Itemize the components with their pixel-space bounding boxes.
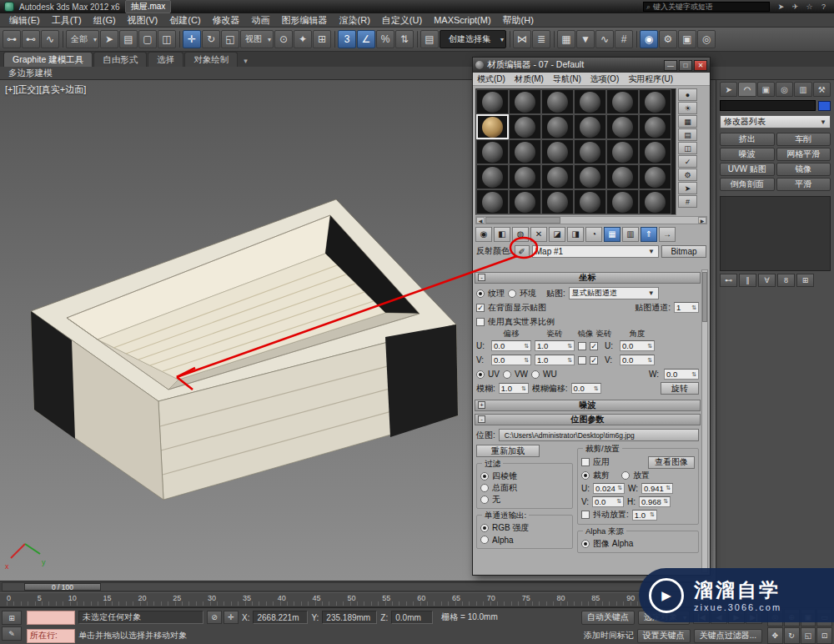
get-material-icon[interactable]: ◉ [475,227,492,242]
menu-item[interactable]: 材质(M) [515,73,544,85]
material-sample-slot[interactable] [541,114,574,139]
selection-lock-icon[interactable]: ⊘ [207,611,222,624]
modifier-button[interactable]: 网格平滑 [776,148,831,161]
material-sample-slot[interactable] [574,114,606,139]
mono-output-radio[interactable] [480,536,489,544]
tab-create[interactable]: ➤ [720,82,737,97]
v-offset-field[interactable]: 0.0 [491,355,531,365]
menu-item[interactable]: 渲染(R) [334,13,376,28]
edit-named-selection-sets-icon[interactable]: ▤ [420,30,439,48]
crop-v-field[interactable]: 0.0 [592,496,624,507]
maximize-button[interactable]: □ [679,60,692,71]
material-sample-slot[interactable] [541,89,574,114]
selection-region-icon[interactable]: ▢ [138,30,157,48]
uv-radio[interactable] [476,370,485,379]
sample-uv-tiling-icon[interactable]: ▤ [678,128,697,141]
infocenter-search-input[interactable]: ⌕ 键入关键字或短语 [643,2,770,12]
add-time-tag[interactable]: 添加时间标记 [584,630,634,641]
u-tile-checkbox[interactable]: ✓ [590,342,598,350]
noise-rollout-header[interactable]: + 噪波 [475,400,701,411]
options-icon[interactable]: ⚙ [678,169,697,181]
menu-item[interactable]: 实用程序(U) [628,73,673,85]
material-sample-slot[interactable] [639,139,671,164]
put-to-scene-icon[interactable]: ◧ [494,227,510,242]
v-angle-field[interactable]: 0.0 [620,355,655,365]
select-and-link-icon[interactable]: ⊶ [3,30,21,48]
scrollbar-thumb[interactable] [485,217,560,224]
menu-item[interactable]: MAXScript(M) [428,14,496,26]
render-setup-icon[interactable]: ⚙ [659,30,677,48]
menu-item[interactable]: 视图(V) [122,13,164,28]
u-angle-field[interactable]: 0.0 [620,340,655,351]
go-to-parent-icon[interactable]: ⇑ [641,227,657,242]
environ-radio[interactable] [508,289,516,298]
time-slider-handle[interactable]: 0 / 100 [24,583,101,591]
blur-offset-field[interactable]: 0.0 [571,383,601,394]
menu-item[interactable]: 选项(O) [590,73,619,85]
select-object-icon[interactable]: ➤ [100,30,118,48]
material-sample-slot[interactable] [509,189,541,214]
jitter-field[interactable]: 1.0 [632,510,657,521]
object-color-swatch[interactable] [818,101,831,111]
material-sample-slot[interactable] [574,164,606,189]
menu-item[interactable]: 编辑(E) [3,13,46,28]
material-sample-slot[interactable] [476,89,509,114]
close-button[interactable]: ✕ [694,60,707,71]
bind-to-space-warp-icon[interactable]: ∿ [41,30,59,48]
named-selection-set-dropdown[interactable]: 创建选择集 [440,30,506,48]
material-sample-slot[interactable] [509,114,541,139]
material-editor-titlebar[interactable]: 材质编辑器 - 07 - Default —□✕ [473,58,710,73]
object-name-field[interactable] [720,100,816,111]
filter-radio[interactable] [480,472,489,480]
reload-button[interactable]: 重新加载 [476,445,540,457]
u-tiling-field[interactable]: 1.0 [535,340,575,351]
menu-item[interactable]: 导航(N) [553,73,581,85]
maxscript-listener-line[interactable]: 所在行: [27,629,75,643]
put-to-library-icon[interactable]: ◨ [567,227,584,242]
coordinates-rollout-header[interactable]: - 坐标 [475,272,701,284]
select-and-rotate-icon[interactable]: ↻ [202,30,220,48]
vw-radio[interactable] [503,370,511,379]
menu-item[interactable]: 动画 [246,13,276,28]
ribbon-toggle-icon[interactable]: ▼ [576,30,595,48]
keyboard-override-icon[interactable]: ⊞ [313,30,331,48]
modifier-button[interactable]: 平滑 [776,178,831,191]
modifier-button[interactable]: 车削 [776,133,831,146]
material-sample-slot[interactable] [639,164,671,189]
minimize-button[interactable]: — [664,60,677,71]
app-logo-icon[interactable] [4,2,14,12]
modifier-list-dropdown[interactable]: 修改器列表 ▼ [720,115,831,128]
key-filters-button[interactable]: 关键点过滤器... [694,629,762,643]
menu-item[interactable]: 图形编辑器 [276,13,334,28]
bitmap-parameters-rollout-header[interactable]: - 位图参数 [475,414,701,425]
remove-modifier-icon[interactable]: 8 [777,274,795,287]
select-by-material-icon[interactable]: ➤ [678,182,697,194]
material-sample-slot[interactable] [476,114,509,139]
material-sample-slot[interactable] [574,89,606,114]
material-id-channel-icon[interactable]: ◔ [585,227,602,242]
texture-radio[interactable] [476,289,485,298]
pan-icon[interactable]: ✥ [767,627,783,644]
snap-toggle-3d-icon[interactable]: 3 [338,30,356,48]
rotate-button[interactable]: 旋转 [661,382,699,395]
ribbon-tab[interactable]: Graphite 建模工具 [3,52,93,67]
material-sample-slot[interactable] [541,189,574,214]
make-preview-icon[interactable]: ✓ [678,155,697,168]
material-sample-slot[interactable] [541,164,574,189]
percent-snap-icon[interactable]: % [376,30,394,48]
auto-key-button[interactable]: 自动关键点 [581,611,635,625]
material-sample-slot[interactable] [476,164,509,189]
menu-item[interactable]: 创建(C) [163,13,206,28]
crop-u-field[interactable]: 0.024 [593,483,625,494]
window-crossing-icon[interactable]: ◫ [158,30,176,48]
menu-item[interactable]: 修改器 [207,13,246,28]
ribbon-tab[interactable]: 自由形式 [93,52,147,67]
video-color-check-icon[interactable]: ◫ [678,142,697,154]
coord-x-field[interactable]: 2668.221m [253,611,308,624]
assign-material-to-selection-icon[interactable]: ◍ [512,227,529,242]
show-end-result-icon[interactable]: ∥ [739,274,756,287]
material-editor-icon[interactable]: ◉ [640,30,658,48]
apply-checkbox[interactable] [581,458,590,466]
material-sample-slot[interactable] [606,164,639,189]
modifier-button[interactable]: UVW 贴图 [720,163,775,176]
